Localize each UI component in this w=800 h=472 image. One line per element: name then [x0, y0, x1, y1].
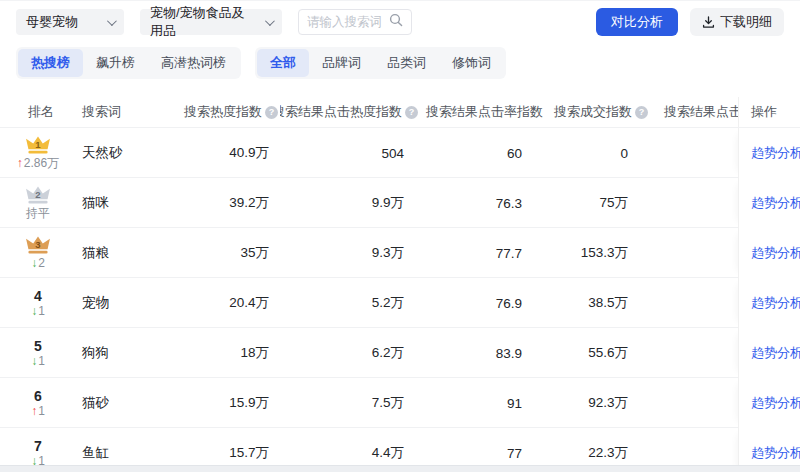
rank-cell: 4 ↓ 1	[0, 288, 76, 319]
tabs-row: 热搜榜飙升榜高潜热词榜 全部品牌词品类词修饰词	[0, 35, 800, 79]
col-header-heat: 搜索热度指数 ?	[180, 103, 280, 121]
search-heat-index: 39.2万	[180, 194, 280, 212]
subtab-全部[interactable]: 全部	[257, 49, 309, 77]
click-rate-index: 76.9	[420, 296, 545, 311]
rank-tab-group: 热搜榜飙升榜高潜热词榜	[16, 47, 241, 79]
click-heat-index: 6.2万	[280, 344, 420, 362]
category-select[interactable]: 母婴宠物	[16, 9, 124, 35]
tab-飙升榜[interactable]: 飙升榜	[83, 49, 148, 77]
keyword-search-box[interactable]	[298, 9, 412, 35]
rank-change-value: 2.86万	[24, 157, 59, 171]
deal-index: 0	[545, 146, 650, 161]
rank-cell: 2 持平	[0, 185, 76, 221]
help-icon[interactable]: ?	[265, 106, 278, 119]
rank-change-indicator: ↑ 2.86万	[17, 157, 59, 171]
keyword-cell: 狗狗	[76, 344, 180, 362]
keyword-cell: 猫粮	[76, 244, 180, 262]
trend-analysis-link[interactable]: 趋势分析	[751, 144, 800, 162]
table-row: 5 ↓ 1 狗狗 18万 6.2万 83.9 55.6万 趋势分析	[0, 327, 800, 377]
help-icon[interactable]: ?	[405, 106, 418, 119]
rank-change-indicator: ↓ 1	[31, 355, 45, 369]
subcategory-select[interactable]: 宠物/宠物食品及用品	[140, 9, 282, 35]
rank-change-arrow-icon: ↓	[31, 305, 37, 319]
subcategory-select-value: 宠物/宠物食品及用品	[150, 4, 257, 40]
rank-crown-icon: 2	[24, 185, 52, 206]
table-header: 排名 搜索词 搜索热度指数 ? 搜索结果点击热度指数 ? 搜索结果点击率指数 搜…	[0, 97, 800, 127]
keyword-table: 排名 搜索词 搜索热度指数 ? 搜索结果点击热度指数 ? 搜索结果点击率指数 搜…	[0, 97, 800, 472]
rank-cell: 3 ↓ 2	[0, 235, 76, 271]
keyword-cell: 宠物	[76, 294, 180, 312]
action-cell: 趋势分析	[738, 228, 800, 278]
trend-analysis-link[interactable]: 趋势分析	[751, 294, 800, 312]
click-heat-index: 4.4万	[280, 444, 420, 462]
rank-change-value: 1	[38, 355, 45, 369]
rank-change-arrow-icon: ↑	[17, 157, 23, 171]
search-heat-index: 35万	[180, 244, 280, 262]
click-rate-index: 60	[420, 146, 545, 161]
rank-number: 7	[34, 438, 42, 454]
col-header-rank: 排名	[0, 103, 76, 121]
action-cell: 趋势分析	[738, 378, 800, 428]
svg-text:2: 2	[35, 189, 40, 200]
col-header-deal: 搜索成交指数 ?	[545, 103, 650, 121]
download-detail-label: 下载明细	[720, 13, 772, 31]
table-row: 1 ↑ 2.86万 天然砂 40.9万 504 60 0 趋势分析	[0, 127, 800, 177]
hot-search-keywords-page: 母婴宠物 宠物/宠物食品及用品 对比分析 下载明细 热搜榜飙升榜高潜热词榜 全部…	[0, 0, 800, 472]
click-heat-index: 9.9万	[280, 194, 420, 212]
help-icon[interactable]: ?	[635, 106, 648, 119]
trend-analysis-link[interactable]: 趋势分析	[751, 344, 800, 362]
table-row: 4 ↓ 1 宠物 20.4万 5.2万 76.9 38.5万 趋势分析	[0, 277, 800, 327]
rank-crown-icon: 1	[24, 135, 52, 156]
rank-change-value: 持平	[26, 207, 50, 221]
trend-analysis-link[interactable]: 趋势分析	[751, 394, 800, 412]
deal-index: 153.3万	[545, 244, 650, 262]
rank-change-value: 2	[38, 257, 45, 271]
trend-analysis-link[interactable]: 趋势分析	[751, 194, 800, 212]
table-body: 1 ↑ 2.86万 天然砂 40.9万 504 60 0 趋势分析 2 持平 猫…	[0, 127, 800, 472]
col-header-click-heat: 搜索结果点击热度指数 ?	[280, 103, 420, 121]
chevron-down-icon	[107, 16, 117, 26]
tab-高潜热词榜[interactable]: 高潜热词榜	[148, 49, 239, 77]
col-header-action: 操作	[738, 97, 800, 127]
click-rate-index: 77.7	[420, 246, 545, 261]
rank-cell: 5 ↓ 1	[0, 338, 76, 369]
rank-change-arrow-icon: ↓	[31, 257, 37, 271]
download-detail-button[interactable]: 下载明细	[690, 8, 784, 36]
keyword-cell: 天然砂	[76, 144, 180, 162]
rank-number: 5	[34, 338, 42, 354]
action-cell: 趋势分析	[738, 328, 800, 378]
deal-index: 75万	[545, 194, 650, 212]
click-rate-index: 77	[420, 446, 545, 461]
rank-cell: 1 ↑ 2.86万	[0, 135, 76, 171]
toolbar: 母婴宠物 宠物/宠物食品及用品 对比分析 下载明细	[0, 1, 800, 35]
compare-analysis-button[interactable]: 对比分析	[596, 8, 678, 36]
keyword-cell: 鱼缸	[76, 444, 180, 462]
trend-analysis-link[interactable]: 趋势分析	[751, 444, 800, 462]
subtab-修饰词[interactable]: 修饰词	[439, 49, 504, 77]
subtab-品牌词[interactable]: 品牌词	[309, 49, 374, 77]
rank-number: 6	[34, 388, 42, 404]
table-row: 6 ↑ 1 猫砂 15.9万 7.5万 91 92.3万 趋势分析	[0, 377, 800, 427]
search-heat-index: 15.9万	[180, 394, 280, 412]
rank-change-arrow-icon: ↑	[31, 405, 37, 419]
rank-change-value: 1	[38, 405, 45, 419]
search-input[interactable]	[307, 15, 385, 29]
keyword-cell: 猫砂	[76, 394, 180, 412]
search-heat-index: 15.7万	[180, 444, 280, 462]
search-heat-index: 20.4万	[180, 294, 280, 312]
deal-index: 92.3万	[545, 394, 650, 412]
word-type-tab-group: 全部品牌词品类词修饰词	[255, 47, 506, 79]
col-header-ctr: 搜索结果点击率指数	[420, 103, 545, 121]
rank-cell: 7 ↓ 1	[0, 438, 76, 469]
search-icon	[389, 13, 403, 31]
tab-热搜榜[interactable]: 热搜榜	[18, 49, 83, 77]
rank-change-arrow-icon: ↓	[31, 355, 37, 369]
subtab-品类词[interactable]: 品类词	[374, 49, 439, 77]
bottom-strip	[0, 465, 800, 472]
deal-index: 38.5万	[545, 294, 650, 312]
rank-number: 4	[34, 288, 42, 304]
col-header-keyword: 搜索词	[76, 103, 180, 121]
deal-index: 55.6万	[545, 344, 650, 362]
trend-analysis-link[interactable]: 趋势分析	[751, 244, 800, 262]
rank-crown-icon: 3	[24, 235, 52, 256]
